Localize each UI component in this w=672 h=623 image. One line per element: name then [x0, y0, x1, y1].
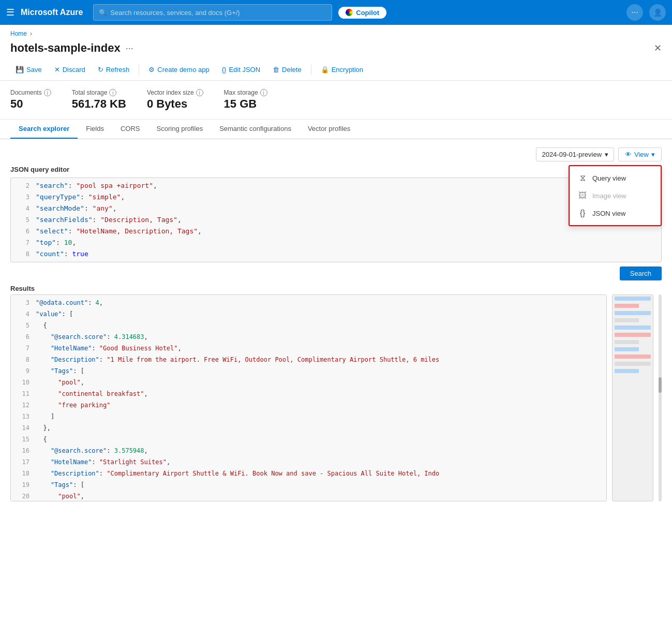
view-dropdown: ⧖ Query view 🖼 Image view {} JSON view	[569, 165, 662, 226]
stats-row: Documents i 50 Total storage i 561.78 KB…	[0, 81, 672, 120]
dropdown-item-query-view[interactable]: ⧖ Query view	[570, 169, 661, 187]
result-line-9: 11 "continental breakfast",	[11, 388, 606, 399]
results-section: Results 3 "@odata.count": 4, 4 "value": …	[10, 285, 662, 501]
tab-vector-profiles[interactable]: Vector profiles	[300, 120, 359, 139]
thumb-line	[615, 340, 639, 344]
delete-button[interactable]: 🗑 Delete	[267, 63, 307, 76]
editor-section: 2024-09-01-preview ▾ 👁 View ▾ ⧖ Query vi…	[10, 147, 662, 501]
vector-index-info-icon[interactable]: i	[196, 89, 203, 96]
result-line-15: 17 "HotelName": "Starlight Suites",	[11, 456, 606, 468]
search-button[interactable]: Search	[620, 266, 662, 280]
thumb-line	[615, 354, 651, 359]
refresh-button[interactable]: ↻ Refresh	[93, 63, 135, 76]
result-line-1: 3 "@odata.count": 4,	[11, 297, 606, 308]
close-button[interactable]: ✕	[654, 42, 662, 54]
page-title-row: hotels-sample-index ··· ✕	[0, 39, 672, 59]
editor-line-5: 6 "select": "HotelName, Description, Tag…	[11, 226, 661, 237]
json-icon: {}	[222, 66, 227, 73]
filter-icon: ⧖	[578, 173, 587, 183]
results-label: Results	[10, 285, 662, 292]
page-title-more[interactable]: ···	[126, 43, 133, 54]
curly-braces-icon: {}	[578, 209, 587, 218]
lock-icon: 🔒	[321, 66, 329, 73]
toolbar-separator-1	[139, 65, 139, 75]
api-version-value: 2024-09-01-preview	[542, 151, 602, 158]
results-scrollbar[interactable]	[659, 294, 662, 501]
results-editor[interactable]: 3 "@odata.count": 4, 4 "value": [ 5 {	[10, 294, 607, 501]
demo-icon: ⚙	[148, 66, 155, 73]
breadcrumb-separator: ›	[30, 30, 32, 37]
search-icon: 🔍	[99, 9, 107, 17]
result-line-5: 7 "HotelName": "Good Business Hotel",	[11, 343, 606, 354]
copilot-button[interactable]: Copilot	[338, 7, 386, 19]
global-search-input[interactable]	[110, 9, 326, 17]
breadcrumb-home[interactable]: Home	[10, 30, 27, 37]
thumb-line	[615, 333, 651, 337]
result-line-18: 20 "pool",	[11, 491, 606, 501]
controls-row: 2024-09-01-preview ▾ 👁 View ▾ ⧖ Query vi…	[10, 147, 662, 161]
user-avatar[interactable]: 👤	[649, 4, 666, 21]
tab-fields[interactable]: Fields	[78, 120, 112, 139]
editor-line-1: 2 "search": "pool spa +airport",	[11, 180, 661, 191]
total-storage-info-icon[interactable]: i	[109, 89, 116, 96]
thumb-line	[615, 325, 651, 330]
save-button[interactable]: 💾 Save	[10, 63, 47, 76]
result-line-2: 4 "value": [	[11, 308, 606, 320]
documents-stat: Documents i 50	[10, 89, 51, 111]
discard-icon: ✕	[54, 66, 60, 73]
result-line-7: 9 "Tags": [	[11, 365, 606, 377]
max-storage-info-icon[interactable]: i	[260, 89, 267, 96]
max-storage-stat: Max storage i 15 GB	[224, 89, 267, 111]
search-button-row: Search	[10, 266, 662, 280]
tab-scoring-profiles[interactable]: Scoring profiles	[148, 120, 212, 139]
discard-button[interactable]: ✕ Discard	[49, 63, 91, 76]
view-button[interactable]: 👁 View ▾	[618, 147, 662, 161]
edit-json-button[interactable]: {} Edit JSON	[217, 63, 265, 76]
tab-cors[interactable]: CORS	[112, 120, 148, 139]
editor-line-4: 5 "searchFields": "Description, Tags",	[11, 214, 661, 226]
thumb-line	[615, 369, 639, 373]
image-icon: 🖼	[578, 191, 587, 200]
results-container: 3 "@odata.count": 4, 4 "value": [ 5 {	[10, 294, 662, 501]
result-line-8: 10 "pool",	[11, 377, 606, 388]
hamburger-icon[interactable]: ☰	[6, 7, 14, 18]
save-icon: 💾	[16, 66, 24, 73]
editor-line-6: 7 "top": 10,	[11, 237, 661, 248]
more-options-icon[interactable]: ···	[626, 4, 643, 21]
encryption-button[interactable]: 🔒 Encryption	[316, 63, 368, 76]
api-version-selector[interactable]: 2024-09-01-preview ▾	[536, 147, 614, 161]
scroll-thumb[interactable]	[659, 377, 662, 393]
result-line-16: 18 "Description": "Complimentary Airport…	[11, 468, 606, 479]
toolbar: 💾 Save ✕ Discard ↻ Refresh ⚙ Create demo…	[0, 59, 672, 81]
results-thumbnail	[612, 294, 653, 501]
vector-index-stat: Vector index size i 0 Bytes	[147, 89, 203, 111]
tab-search-explorer[interactable]: Search explorer	[10, 120, 78, 139]
brand-label: Microsoft Azure	[21, 8, 83, 17]
thumb-line	[615, 296, 651, 301]
result-line-10: 12 "free parking"	[11, 399, 606, 411]
total-storage-stat: Total storage i 561.78 KB	[72, 89, 126, 111]
thumb-line	[615, 311, 651, 315]
documents-info-icon[interactable]: i	[44, 89, 51, 96]
tab-semantic-configurations[interactable]: Semantic configurations	[211, 120, 300, 139]
global-search-bar[interactable]: 🔍	[93, 4, 332, 21]
thumb-line	[615, 318, 639, 322]
editor-line-2: 3 "queryType": "simple",	[11, 191, 661, 203]
top-navigation: ☰ Microsoft Azure 🔍 Copilot ··· 👤	[0, 0, 672, 25]
thumb-line	[615, 347, 639, 351]
main-area: 2024-09-01-preview ▾ 👁 View ▾ ⧖ Query vi…	[0, 139, 672, 510]
refresh-icon: ↻	[98, 66, 103, 73]
result-line-6: 8 "Description": "1 Mile from the airpor…	[11, 354, 606, 365]
page-title: hotels-sample-index	[10, 41, 121, 55]
create-demo-app-button[interactable]: ⚙ Create demo app	[143, 63, 214, 76]
thumb-line	[615, 362, 651, 366]
result-line-11: 13 ]	[11, 411, 606, 422]
result-line-3: 5 {	[11, 320, 606, 331]
dropdown-item-image-view[interactable]: 🖼 Image view	[570, 187, 661, 204]
json-query-editor[interactable]: 2 "search": "pool spa +airport", 3 "quer…	[10, 177, 662, 262]
result-line-4: 6 "@search.score": 4.314683,	[11, 331, 606, 343]
delete-icon: 🗑	[273, 66, 279, 73]
dropdown-item-json-view[interactable]: {} JSON view	[570, 204, 661, 222]
result-line-13: 15 {	[11, 434, 606, 445]
copilot-icon	[346, 9, 353, 16]
